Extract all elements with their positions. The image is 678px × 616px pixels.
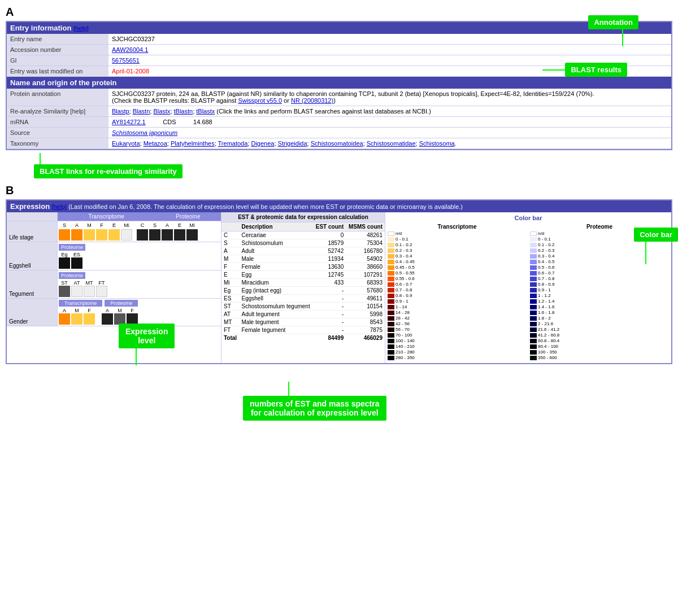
blast-results-callout: BLAST results: [542, 63, 627, 77]
tblastx-link[interactable]: tBlastx: [196, 108, 215, 115]
nr-link[interactable]: NR (20080312): [291, 97, 333, 104]
annotation-arrow-line: [622, 29, 623, 46]
life-stage-label: Life stage: [7, 221, 58, 242]
color-swatch: [530, 299, 537, 304]
transcriptome-letters: S A M F E Mi C S A E: [59, 222, 220, 228]
color-swatch: [530, 356, 537, 360]
section-a: Entry information [help] Entry name SJCH…: [6, 21, 672, 150]
color-swatch: [530, 260, 537, 264]
expr-block: [96, 229, 107, 241]
color-swatch: [388, 333, 394, 338]
color-swatch: [388, 356, 394, 360]
color-swatch: [530, 316, 537, 321]
table-row: EEgg12745107291: [221, 271, 385, 279]
blast-links-callout: BLAST links for re-evaluating similarity: [34, 153, 182, 178]
name-origin-header: Name and origin of the protein: [7, 77, 671, 89]
est-table-header: EST & proteomic data for expression calc…: [221, 212, 385, 222]
color-swatch: [388, 344, 394, 349]
expr-block: [84, 286, 95, 297]
est-table-col: EST & proteomic data for expression calc…: [221, 212, 385, 363]
color-swatch: [530, 282, 537, 287]
life-stage-labels-row: Life stage S A M F E Mi: [7, 221, 221, 242]
color-swatch: [388, 243, 394, 247]
color-swatch: [530, 288, 537, 292]
color-swatch: [388, 339, 394, 343]
table-row: Taxonomy Eukaryota; Metazoa; Platyhelmin…: [7, 138, 671, 149]
eggshell-row: Eggshell Proteome Eg ES: [7, 242, 221, 270]
swissprot-link[interactable]: Swissprot v55.0: [238, 97, 282, 104]
table-row: STSchostosomulum tegument-10154: [221, 303, 385, 311]
eggshell-label: Eggshell: [7, 242, 58, 270]
expr-block: [84, 229, 95, 241]
section-a-label: A: [6, 6, 672, 19]
table-row: Source Schistosoma japonicum: [7, 128, 671, 138]
color-swatch: [530, 327, 537, 332]
gender-label: Gender: [7, 299, 58, 326]
table-row: ESEggshell-49611: [221, 295, 385, 303]
table-row: CCercariae048261: [221, 231, 385, 239]
color-bar-callout: Color bar: [634, 228, 678, 264]
color-swatch: [530, 254, 537, 259]
entry-info-panel: Entry information [help] Entry name SJCH…: [6, 21, 672, 150]
color-bar-inner: Transcriptome n/d 0 - 0.1: [388, 224, 669, 361]
table-row: FTFemale tegument-7875: [221, 326, 385, 334]
table-row: mRNA AY814272.1 CDS 14.688: [7, 117, 671, 128]
section-b-label: B: [6, 184, 672, 197]
expr-block: [96, 286, 107, 297]
blastx-link[interactable]: Blastx: [153, 108, 170, 115]
color-swatch: [388, 282, 394, 287]
color-swatch: [388, 271, 394, 276]
color-bar-arrow: [645, 242, 646, 264]
color-swatch: [388, 277, 394, 281]
expr-block: [71, 313, 82, 325]
color-swatch: [388, 237, 394, 242]
expr-block: [59, 313, 70, 325]
color-swatch: [388, 265, 394, 270]
table-row: ATAdult tegument-5998: [221, 311, 385, 318]
expr-block: [71, 229, 82, 241]
expr-block: [162, 229, 173, 241]
color-swatch: [388, 299, 394, 304]
accession-link[interactable]: AAW26004.1: [112, 46, 148, 53]
source-link[interactable]: Schistosoma japonicum: [112, 129, 177, 136]
expression-header: Expression [help] (Last modified on Jan …: [7, 200, 671, 212]
gi-link[interactable]: 56755651: [112, 57, 140, 64]
color-swatch: [530, 311, 537, 315]
expr-block: [71, 257, 82, 269]
page-wrapper: A Entry information [help] Entry name SJ…: [6, 6, 672, 364]
life-stage-blocks: [59, 229, 220, 241]
color-swatch: [388, 288, 394, 292]
expression-level-arrow: [136, 348, 137, 365]
mrna-link[interactable]: AY814272.1: [112, 119, 146, 125]
expression-viz-col: Transcriptome Proteome Life stage S A M: [7, 212, 221, 363]
table-row: EgEgg (intact egg)-57680: [221, 287, 385, 295]
tp-header-row: Transcriptome Proteome: [7, 212, 221, 221]
blastn-link[interactable]: Blastn: [133, 108, 150, 115]
table-row: MiMiracidium43368393: [221, 279, 385, 287]
expr-block: [121, 229, 132, 241]
name-origin-table: Protein annotation SJCHGC03237 protein, …: [7, 89, 671, 149]
color-bar-col: Color bar Transcriptome n/d 0 - 0.1: [385, 212, 671, 363]
section-b: Expression [help] (Last modified on Jan …: [6, 199, 672, 364]
table-row: Entry name SJCHGC03237: [7, 34, 671, 45]
est-arrow: [288, 382, 289, 396]
annotation-callout: Annotation: [588, 15, 638, 46]
color-swatch: [530, 237, 537, 242]
table-row: Protein annotation SJCHGC03237 protein, …: [7, 89, 671, 106]
expr-block: [71, 286, 82, 297]
est-data-table: Description EST count MSMS count CCercar…: [221, 222, 385, 342]
color-swatch: [388, 254, 394, 259]
color-swatch: [530, 271, 537, 276]
blastp-link[interactable]: Blastp: [112, 108, 129, 115]
table-row: Accession number AAW26004.1: [7, 45, 671, 55]
expr-block: [174, 229, 185, 241]
color-swatch: [530, 243, 537, 247]
color-swatch: [530, 322, 537, 326]
tblastn-link[interactable]: tBlastn: [174, 108, 193, 115]
tegument-row: Tegument Proteome ST AT MT FT: [7, 270, 221, 299]
color-swatch: [388, 350, 394, 355]
table-row: SSchistosomulum1857975304: [221, 239, 385, 247]
color-swatch: [530, 333, 537, 338]
proteome-header: Proteome: [155, 212, 221, 221]
table-row: MTMale tegument-8543: [221, 318, 385, 326]
